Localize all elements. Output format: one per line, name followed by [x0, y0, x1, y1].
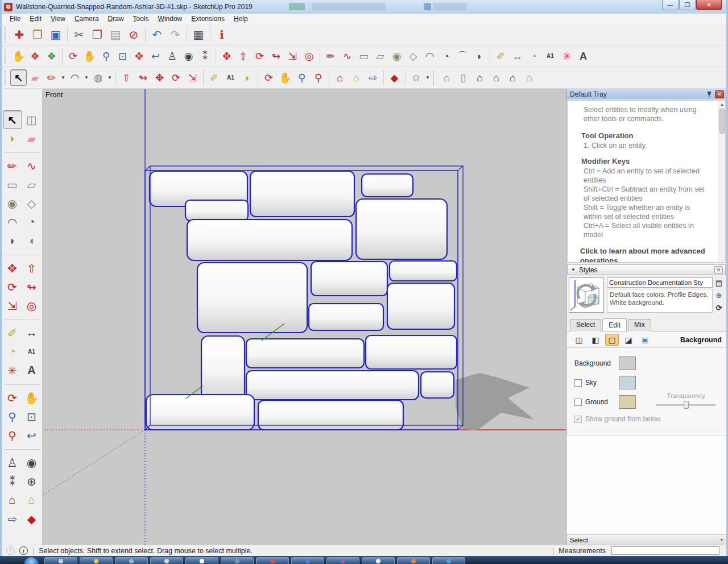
menu-camera[interactable]: Camera — [70, 14, 104, 23]
scrollbar-thumb[interactable] — [719, 109, 725, 134]
ground-color-swatch[interactable] — [619, 395, 636, 409]
section-plane-tool[interactable]: ⊕ — [22, 472, 42, 491]
circle-tool[interactable]: ◉ — [388, 48, 405, 64]
menu-view[interactable]: View — [46, 14, 70, 23]
position-camera-tool[interactable]: ♙ — [3, 453, 22, 472]
stone[interactable] — [362, 174, 413, 197]
styles-section-header[interactable]: ▼ Styles ✕ — [567, 264, 726, 275]
arc-tool[interactable]: ◠ — [421, 48, 438, 64]
rotated-rectangle-tool[interactable]: ▱ — [372, 48, 388, 64]
select-tool[interactable]: ↖ — [3, 110, 22, 129]
stone[interactable] — [146, 395, 254, 430]
taskbar-app-button[interactable] — [326, 557, 359, 564]
pie-filled-tool[interactable]: ◖ — [22, 231, 42, 250]
model-viewport[interactable]: Front — [43, 89, 566, 545]
walk-tool[interactable]: ⁑ — [3, 472, 22, 491]
create-style-icon[interactable]: ⊕ — [714, 291, 723, 300]
pan-tool[interactable]: ✋ — [22, 388, 42, 407]
modeling-settings-button[interactable]: ▣ — [638, 334, 652, 346]
collapsed-select-panel[interactable]: Select ▾ — [566, 534, 726, 545]
start-button[interactable] — [24, 557, 39, 564]
zoom-tool[interactable]: ⚲ — [98, 48, 114, 64]
slider-thumb[interactable] — [684, 401, 689, 409]
background-settings-button[interactable]: ▢ — [605, 334, 619, 346]
collapse-arrow-icon[interactable]: ▼ — [571, 267, 576, 272]
zoom-window-tool[interactable]: ⊡ — [114, 48, 131, 64]
style-name-field[interactable] — [607, 277, 713, 288]
view-right-button[interactable]: ⌂ — [488, 69, 504, 86]
stone[interactable] — [246, 339, 364, 368]
viewport-canvas[interactable] — [43, 89, 566, 545]
move-tool[interactable]: ✥ — [218, 48, 235, 64]
zoom-tool[interactable]: ⚲ — [3, 407, 22, 426]
taskbar-app-button[interactable] — [256, 557, 289, 564]
eraser-tool[interactable]: ▰ — [22, 129, 42, 148]
orbit-tool[interactable]: ⟳ — [260, 69, 277, 86]
stone[interactable] — [246, 371, 419, 400]
paint-bucket-tool[interactable]: ◗ — [239, 69, 255, 86]
make-component-button[interactable]: ❖ — [27, 48, 43, 64]
zoom-window-tool[interactable]: ⊡ — [22, 407, 42, 426]
face-settings-button[interactable]: ◧ — [589, 334, 602, 346]
tape-measure-tool[interactable]: ✐ — [3, 324, 22, 342]
tape-measure-tool[interactable]: ✐ — [493, 48, 509, 64]
protractor-tool[interactable]: ◔ — [526, 48, 542, 64]
stone[interactable] — [366, 335, 457, 369]
share-model-button[interactable]: ⌂ — [348, 69, 365, 86]
styles-close-icon[interactable]: ✕ — [714, 266, 723, 273]
freehand-tool[interactable]: ∿ — [339, 48, 355, 64]
ground-checkbox[interactable] — [574, 399, 582, 406]
new-button[interactable]: ✚ — [10, 26, 28, 44]
taskbar-app-button[interactable] — [150, 557, 183, 564]
paste-button[interactable]: ▤ — [106, 26, 125, 44]
close-button[interactable]: ✕ — [696, 0, 722, 10]
freehand-tool[interactable]: ∿ — [22, 156, 42, 175]
scale-tool[interactable]: ⇲ — [3, 296, 22, 315]
text-tool[interactable]: A1 — [222, 69, 239, 86]
line-tool[interactable]: ✏ — [43, 69, 60, 86]
move-tool[interactable]: ✥ — [3, 259, 22, 277]
stone[interactable] — [250, 171, 354, 217]
paint-bucket-tool[interactable]: ◗ — [3, 129, 22, 148]
shapes-tool-dropdown[interactable]: ▼ — [106, 69, 113, 86]
stone[interactable] — [185, 200, 248, 221]
tray-close-icon[interactable]: ✕ — [715, 90, 724, 98]
pan-tool[interactable]: ✋ — [81, 48, 98, 64]
offset-tool[interactable]: ◎ — [22, 296, 42, 315]
share-model-button[interactable]: ⌂ — [22, 491, 42, 509]
menu-window[interactable]: Window — [154, 14, 187, 23]
line-tool[interactable]: ✏ — [322, 48, 339, 64]
geolocation-icon[interactable]: ? — [6, 546, 15, 555]
3d-warehouse-button[interactable]: ⌂ — [3, 491, 22, 509]
arc-tool[interactable]: ◠ — [3, 213, 22, 231]
follow-me-tool[interactable]: ↬ — [135, 69, 151, 86]
rotate-tool[interactable]: ⟳ — [168, 69, 184, 86]
position-camera-tool[interactable]: ♙ — [164, 48, 180, 64]
orbit-tool[interactable]: ⟳ — [65, 48, 81, 64]
stone[interactable] — [187, 219, 352, 260]
stone[interactable] — [311, 262, 387, 296]
sky-color-swatch[interactable] — [619, 376, 636, 389]
pan-tool[interactable]: ✋ — [277, 69, 293, 86]
arcs-tool[interactable]: ◠ — [67, 69, 83, 86]
cut-button[interactable]: ✂ — [70, 26, 88, 44]
edge-settings-button[interactable]: ◫ — [572, 334, 586, 346]
zoom-extents-button[interactable]: ⚲ — [310, 69, 326, 86]
taskbar-app-button[interactable] — [185, 557, 218, 564]
minimize-button[interactable]: — — [662, 0, 679, 10]
walk-tool[interactable]: ⁑ — [197, 48, 213, 64]
two-point-arc-tool[interactable]: ⌒ — [454, 48, 471, 64]
view-iso-button[interactable]: ⌂ — [439, 69, 455, 86]
maximize-button[interactable]: ❐ — [679, 0, 696, 10]
follow-me-tool[interactable]: ↬ — [22, 277, 42, 296]
select-tool[interactable]: ↖ — [10, 69, 27, 86]
model-info-button[interactable]: ℹ — [213, 26, 231, 44]
rotate-tool[interactable]: ⟳ — [3, 277, 22, 296]
user-account-dropdown[interactable]: ▼ — [424, 69, 431, 86]
expand-panel-icon[interactable]: ▾ — [721, 537, 723, 542]
instructor-scrollbar[interactable]: ▲ — [718, 101, 725, 262]
dimensions-tool[interactable]: ↔ — [509, 48, 526, 64]
taskbar-app-button[interactable] — [221, 557, 254, 564]
tab-mix[interactable]: Mix — [628, 319, 651, 331]
rectangle-tool[interactable]: ▭ — [3, 175, 22, 194]
